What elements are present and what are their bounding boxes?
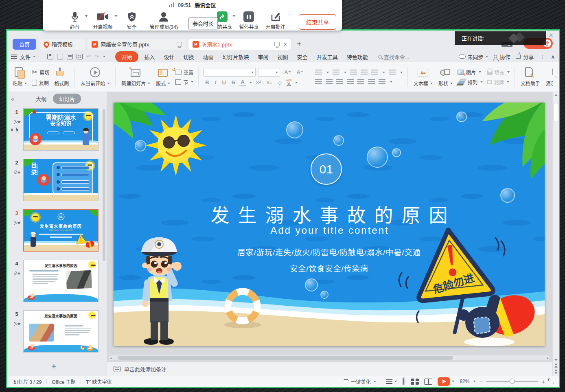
end-share-button[interactable]: 结束共享 [299, 14, 336, 30]
menu-tab-view[interactable]: 视图 [273, 51, 293, 62]
section-number-badge[interactable]: 01 [311, 153, 342, 185]
chevron-down-icon[interactable] [473, 381, 476, 382]
security-button[interactable]: 安全 [122, 11, 142, 30]
slide-thumbnail-4[interactable]: 发生溺水事故的原因 [23, 260, 99, 302]
chevron-down-icon[interactable] [103, 56, 105, 57]
previous-slide-button[interactable] [553, 363, 559, 368]
layout-button[interactable]: 版式 [153, 67, 173, 87]
zoom-slider-thumb[interactable] [510, 379, 515, 384]
subscript-button[interactable]: ×₂ [265, 79, 274, 85]
bold-button[interactable]: B [204, 79, 210, 85]
numbered-list-icon[interactable] [333, 70, 339, 75]
pinyin-guide-button[interactable]: wén 文 [286, 79, 292, 85]
increase-font-button[interactable]: A⁺ [282, 69, 292, 75]
chevron-down-icon[interactable] [452, 381, 454, 382]
scroll-down-icon[interactable] [554, 359, 558, 361]
manage-members-button[interactable]: 管理成员(34) [146, 11, 182, 30]
print-icon[interactable] [67, 54, 73, 59]
shapes-button[interactable]: 形状 [436, 67, 456, 87]
slide-thumbnail-5[interactable]: 发生溺水事故的原因 [23, 310, 99, 353]
missing-font-button[interactable]: T? 缺失字体 [81, 378, 117, 385]
menu-tab-transition[interactable]: 切换 [179, 51, 199, 62]
font-name-combo[interactable] [204, 68, 256, 77]
more-options-icon[interactable]: ⋮ [539, 54, 545, 60]
print-preview-icon[interactable] [77, 54, 83, 59]
underline-button[interactable]: U [220, 79, 227, 85]
menu-tab-features[interactable]: 特色功能 [342, 51, 372, 62]
reading-view-button[interactable] [424, 379, 432, 385]
font-color-button[interactable]: A [239, 79, 246, 86]
save-icon[interactable] [47, 54, 53, 59]
zoom-slider[interactable] [486, 381, 538, 382]
arrange-button[interactable]: 排列 [458, 79, 483, 85]
text-direction-icon[interactable] [371, 70, 378, 75]
mute-button[interactable]: 静音 [62, 11, 87, 30]
notes-placeholder[interactable]: 单击此处添加备注 [124, 365, 166, 373]
slide-thumbnail-1[interactable]: 暑期防溺水 安全知识 [23, 108, 99, 151]
collaborate-button[interactable]: 协作 [494, 53, 510, 61]
close-icon[interactable]: × [549, 31, 553, 40]
export-icon[interactable] [57, 54, 63, 59]
pause-share-button[interactable]: 暂停共享 [237, 11, 261, 30]
collapse-panel-icon[interactable]: « [11, 95, 14, 102]
horizontal-scrollbar-thumb[interactable] [118, 356, 453, 360]
annotate-button[interactable]: 开启批注 [263, 11, 288, 30]
zoom-level[interactable]: 82% [460, 379, 469, 384]
slide-sorter-view-button[interactable] [411, 379, 419, 385]
start-video-button[interactable]: 开启视频 [89, 11, 117, 30]
slide-thumbnail-2[interactable]: 目录 CONTENTS [23, 159, 99, 201]
section-button[interactable]: 节 [175, 79, 193, 85]
menu-tab-animation[interactable]: 动画 [199, 51, 218, 62]
reset-button[interactable]: 重置 [175, 69, 193, 76]
menu-tab-security[interactable]: 安全 [293, 51, 312, 62]
scroll-up-icon[interactable] [554, 94, 558, 96]
format-painter-button[interactable]: 格式刷 [51, 67, 72, 87]
outline-button[interactable]: 轮廓 [487, 79, 510, 85]
italic-button[interactable]: I [213, 79, 218, 85]
textbox-options-icon[interactable] [389, 70, 396, 75]
vertical-scrollbar-thumb[interactable] [554, 103, 558, 122]
align-left-icon[interactable] [315, 79, 322, 84]
tab-docer-templates[interactable]: 稻壳模板 [39, 39, 85, 50]
next-slide-button[interactable] [553, 370, 559, 374]
notes-toggle-button[interactable] [386, 379, 397, 384]
tab-home[interactable]: 首页 [13, 39, 36, 50]
menu-tab-devtools[interactable]: 开发工具 [312, 51, 342, 62]
add-slide-button[interactable]: + [7, 361, 101, 372]
paragraph-spacing-icon[interactable] [379, 79, 385, 84]
menu-file[interactable]: 文件 [20, 53, 35, 61]
distribute-icon[interactable] [357, 79, 364, 84]
doc-assistant-button[interactable]: 文档助手 [518, 67, 543, 87]
menu-tab-home[interactable]: 开始 [115, 51, 138, 62]
clear-format-button[interactable]: ◇ [276, 79, 283, 85]
decrease-font-button[interactable]: A⁻ [295, 69, 305, 75]
horizontal-scrollbar[interactable]: ◂ ▸ [109, 355, 550, 360]
zoom-in-button[interactable]: + [541, 378, 545, 385]
undo-icon[interactable]: ↶ [86, 53, 91, 60]
theme-name[interactable]: Office 主题 [47, 378, 80, 385]
fit-to-window-icon[interactable] [548, 379, 554, 384]
menu-tab-insert[interactable]: 插入 [140, 51, 160, 62]
paste-button[interactable]: 粘贴 [10, 67, 30, 87]
slides-tab-active[interactable]: 幻灯片 [53, 94, 81, 104]
beautify-button[interactable]: 一键美化 [342, 378, 381, 385]
textbox-button[interactable]: A= 文本框 [411, 67, 436, 87]
tab-document-2-active[interactable]: P 防溺水1.pptx × [188, 39, 291, 50]
bullet-list-icon[interactable] [315, 70, 322, 75]
line-spacing-icon[interactable] [368, 79, 375, 84]
menu-tab-review[interactable]: 审阅 [254, 51, 273, 62]
toolbar-expand-button[interactable]: › [553, 66, 559, 88]
tab-document-1[interactable]: P 网络安全宣传周.pptx [88, 39, 186, 50]
new-tab-button[interactable]: + [297, 39, 302, 49]
play-from-current-button[interactable]: 从当前开始 [78, 67, 112, 87]
zoom-out-button[interactable]: − [479, 378, 483, 385]
slide-thumbnail-3-selected[interactable]: 01 发生溺水事故的原因 Add your title content [23, 209, 99, 252]
menu-tab-slideshow[interactable]: 幻灯片放映 [218, 51, 254, 62]
decrease-indent-icon[interactable] [350, 70, 357, 75]
scroll-left-icon[interactable]: ◂ [110, 356, 112, 360]
share-button[interactable]: 分享 [516, 53, 534, 61]
command-search[interactable]: 查找命令... [378, 53, 410, 61]
font-size-combo[interactable] [258, 68, 280, 77]
chevron-down-icon[interactable] [295, 82, 298, 83]
picture-button[interactable]: 图片 [458, 69, 483, 76]
